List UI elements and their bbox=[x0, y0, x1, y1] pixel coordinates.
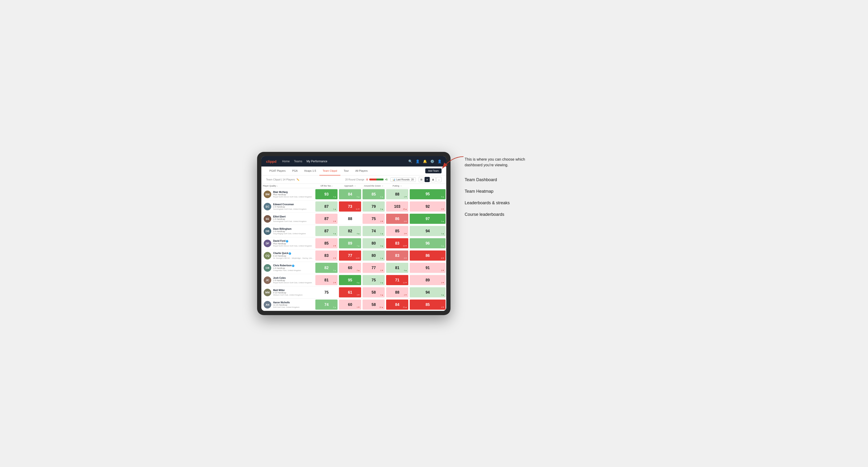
sub-nav-hcaps[interactable]: Hcaps 1-5 bbox=[301, 166, 319, 176]
player-handicap: 1-5 Handicap bbox=[273, 230, 313, 232]
change-number: 4 bbox=[441, 306, 442, 308]
stat-cell-quality: 813▼ bbox=[315, 274, 338, 286]
stat-cell-approach: 753▼ bbox=[362, 213, 385, 225]
sub-nav-pgat[interactable]: PGAT Players bbox=[266, 166, 289, 176]
grid-view-button[interactable]: ⊞ bbox=[418, 177, 424, 182]
search-icon[interactable]: 🔍 bbox=[408, 159, 412, 163]
arrow-down-icon: ▼ bbox=[405, 257, 407, 259]
stat-change-approach: 3▲ bbox=[380, 245, 383, 247]
sub-nav-allplayers[interactable]: All Players bbox=[352, 166, 371, 176]
change-number: 15 bbox=[403, 208, 405, 210]
chart-view-button[interactable]: ♟ bbox=[431, 177, 436, 182]
player-name[interactable]: Charlie Quick✓ bbox=[273, 252, 313, 254]
player-name[interactable]: Chris Robertson✓ bbox=[273, 264, 313, 267]
stat-change-around_green: 4▲ bbox=[404, 269, 407, 272]
arrow-down-icon: ▼ bbox=[358, 306, 360, 308]
stat-value: 82 bbox=[324, 266, 329, 270]
sub-nav-tour[interactable]: Tour bbox=[340, 166, 352, 176]
stat-cell-off_tee: 7714▼ bbox=[338, 250, 362, 262]
nav-link-home[interactable]: Home bbox=[282, 159, 290, 164]
stat-value: 83 bbox=[395, 253, 399, 258]
view-buttons: ⊞ ≡ ♟ ↓ bbox=[418, 177, 441, 182]
player-cell-4: DFDavid Ford✓Plus HandicapRoyal North De… bbox=[261, 237, 315, 250]
player-name[interactable]: Matt Miller bbox=[273, 289, 313, 291]
last-rounds-button[interactable]: 📊 Last Rounds: 20 bbox=[390, 177, 416, 182]
change-number: 3 bbox=[333, 220, 334, 222]
stat-change-approach: 3▼ bbox=[380, 269, 383, 272]
sub-nav-teamclippd[interactable]: Team Clippd bbox=[319, 166, 340, 176]
change-number: 10 bbox=[403, 245, 405, 247]
stat-change-putting: 3▼ bbox=[441, 208, 444, 210]
player-name[interactable]: Dave Billingham bbox=[273, 228, 313, 230]
stat-change-quality: 1▲ bbox=[333, 208, 336, 210]
stat-change-quality: 3▼ bbox=[333, 220, 336, 222]
player-club: Gog Magog Golf Club, United Kingdom bbox=[273, 232, 313, 235]
table-row[interactable]: JCJosh Coles1-5 HandicapRoyal North Devo… bbox=[261, 274, 446, 286]
edit-icon[interactable]: ✏️ bbox=[297, 178, 299, 181]
table-row[interactable]: EEElliot Ebert1-5 HandicapSunningdale Go… bbox=[261, 213, 446, 225]
settings-icon[interactable]: ⚙️ bbox=[430, 159, 434, 163]
player-name[interactable]: Elliot Ebert bbox=[273, 215, 313, 218]
player-name[interactable]: David Ford✓ bbox=[273, 240, 313, 242]
arrow-up-icon: ▲ bbox=[358, 269, 360, 272]
stat-cell-around_green: 866▼ bbox=[385, 213, 409, 225]
table-row[interactable]: CQCharlie Quick✓6-10 HandicapSt. George'… bbox=[261, 250, 446, 262]
stat-cell-quality: 748▲ bbox=[315, 299, 338, 311]
player-handicap: Plus Handicap bbox=[273, 193, 313, 196]
stat-change-approach: 2▲ bbox=[380, 282, 383, 284]
player-club: Sunningdale Golf Club, United Kingdom bbox=[273, 220, 313, 222]
stat-change-approach: 3▼ bbox=[380, 220, 383, 222]
last-rounds-icon: 📊 bbox=[393, 178, 395, 181]
stat-value: 87 bbox=[324, 229, 329, 233]
stat-change-off_tee: 7▲ bbox=[357, 245, 360, 247]
stat-change-around_green: 1▼ bbox=[404, 196, 407, 198]
stat-cell-quality: 871▲ bbox=[315, 200, 338, 213]
nav-link-teams[interactable]: Teams bbox=[294, 159, 302, 164]
stat-change-approach: 4▲ bbox=[380, 294, 383, 296]
change-number: 3 bbox=[441, 269, 442, 272]
player-name[interactable]: Edward Crossman bbox=[273, 203, 313, 206]
table-row[interactable]: CRChris Robertson✓1-5 HandicapCraigmilla… bbox=[261, 262, 446, 274]
arrow-up-icon: ▲ bbox=[382, 232, 383, 235]
table-row[interactable]: ANAaron Nicholls11-15 HandicapDrift Golf… bbox=[261, 299, 446, 311]
player-cell-9: ANAaron Nicholls11-15 HandicapDrift Golf… bbox=[261, 299, 315, 311]
player-name[interactable]: Josh Coles bbox=[273, 277, 313, 279]
list-view-button[interactable]: ≡ bbox=[425, 177, 430, 182]
player-name[interactable]: Blair McHarg bbox=[273, 191, 313, 193]
stat-value: 92 bbox=[426, 205, 430, 209]
change-number: 14 bbox=[356, 257, 358, 259]
change-neg-value: -5 bbox=[366, 178, 368, 181]
table-row[interactable]: MMMatt Miller6-10 HandicapWoburn Golf Cl… bbox=[261, 286, 446, 299]
app-logo[interactable]: clippd bbox=[266, 159, 276, 163]
change-number: 3 bbox=[441, 208, 442, 210]
stat-cell-putting: 892▼ bbox=[409, 274, 446, 286]
table-row[interactable]: BMBlair McHargPlus HandicapRoyal North D… bbox=[261, 188, 446, 200]
table-row[interactable]: ECEdward Crossman1-5 HandicapSunningdale… bbox=[261, 200, 446, 213]
bell-icon[interactable]: 🔔 bbox=[423, 159, 427, 163]
download-button[interactable]: ↓ bbox=[436, 177, 441, 182]
change-number: 3 bbox=[333, 282, 334, 284]
user-icon[interactable]: 👤 bbox=[415, 159, 420, 163]
arrow-down-icon: ▼ bbox=[405, 196, 407, 198]
stat-change-putting: 8▼ bbox=[441, 257, 444, 259]
table-container[interactable]: Player Quality ↓ Off the Tee ↓ Approach … bbox=[261, 184, 446, 311]
stat-change-quality: 4▲ bbox=[333, 232, 336, 235]
table-row[interactable]: DFDavid Ford✓Plus HandicapRoyal North De… bbox=[261, 237, 446, 250]
round-change-area: 20 Round Change -5 +5 bbox=[345, 178, 388, 181]
stat-change-around_green: 6▼ bbox=[404, 257, 407, 259]
arrow-up-icon: ▲ bbox=[382, 196, 383, 198]
player-club: Woburn Golf Club, United Kingdom bbox=[273, 294, 313, 296]
player-name[interactable]: Aaron Nicholls bbox=[273, 301, 313, 304]
change-number: 8 bbox=[333, 306, 334, 308]
stat-cell-approach: 858▲ bbox=[362, 188, 385, 200]
change-number: 21 bbox=[403, 306, 405, 308]
stat-value: 83 bbox=[324, 253, 329, 258]
nav-link-myperformance[interactable]: My Performance bbox=[307, 159, 328, 164]
player-cell-2: EEElliot Ebert1-5 HandicapSunningdale Go… bbox=[261, 213, 315, 225]
col-header-offtee: Off the Tee ↓ bbox=[315, 184, 338, 188]
table-row[interactable]: DBDave Billingham1-5 HandicapGog Magog G… bbox=[261, 225, 446, 237]
stat-value: 95 bbox=[426, 192, 430, 196]
arrow-down-icon: ▼ bbox=[405, 220, 407, 222]
stat-value: 88 bbox=[395, 192, 399, 196]
sub-nav-pga[interactable]: PGA bbox=[289, 166, 301, 176]
